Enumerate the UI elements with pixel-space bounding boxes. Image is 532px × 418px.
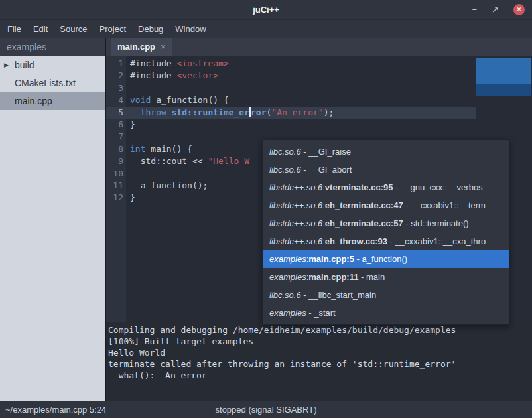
editor-pane: main.cpp × 1#include <iostream>2#include…: [106, 38, 532, 401]
line-number: 9: [106, 155, 126, 167]
code-line-2[interactable]: 2#include <vector>: [106, 70, 532, 82]
output-terminal[interactable]: Compiling and debugging /home/eidheim/ex…: [106, 322, 532, 401]
frame-location: eh_throw.cc:93: [325, 236, 387, 246]
frame-function: std::terminate(): [411, 218, 468, 228]
frame-function: __gnu_cxx::__verbos: [401, 182, 483, 192]
window-controls: − ↗ ✕: [472, 0, 525, 19]
terminal-line: Compiling and debugging /home/eidheim/ex…: [108, 324, 532, 336]
code-text: std::cout << "Hello W: [126, 155, 249, 167]
frame-function: __GI_abort: [308, 165, 352, 174]
file-label: CMakeLists.txt: [15, 78, 76, 88]
sidebar-item-cmakelists-txt[interactable]: CMakeLists.txt: [0, 74, 105, 92]
frame-location: vterminate.cc:95: [325, 182, 393, 192]
frame-library: libstdc++.so.6: [269, 200, 322, 210]
file-tree: ▶buildCMakeLists.txtmain.cpp: [0, 56, 105, 401]
line-number: 1: [106, 58, 126, 70]
status-debug-state: stopped (signal SIGABRT): [216, 405, 317, 415]
stack-frame-item[interactable]: libstdc++.so.6:eh_terminate.cc:57 - std:…: [263, 214, 509, 232]
tab-close-icon[interactable]: ×: [161, 42, 166, 52]
code-text: [126, 82, 130, 94]
line-number: 2: [106, 70, 126, 82]
frame-library: examples: [269, 272, 306, 282]
file-label: main.cpp: [15, 96, 52, 106]
terminal-line: terminate called after throwing an insta…: [108, 358, 532, 370]
line-number: 3: [106, 82, 126, 94]
frame-library: libstdc++.so.6: [269, 182, 322, 192]
content-area: examples ▶buildCMakeLists.txtmain.cpp ma…: [0, 38, 532, 401]
frame-location: main.cpp:11: [308, 272, 358, 282]
code-line-6[interactable]: 6}: [106, 119, 532, 131]
stack-trace-popup: libc.so.6 - __GI_raiselibc.so.6 - __GI_a…: [262, 139, 509, 325]
code-text: void a_function() {: [126, 94, 229, 106]
project-header: examples: [0, 38, 105, 56]
code-line-5[interactable]: 5 throw std::runtime_error("An error");: [106, 107, 476, 119]
frame-library: libstdc++.so.6: [269, 236, 322, 246]
line-number: 10: [106, 168, 126, 180]
menu-source[interactable]: Source: [54, 20, 93, 38]
stack-frame-item[interactable]: libc.so.6 - __GI_abort: [263, 161, 509, 178]
menu-window[interactable]: Window: [169, 20, 212, 38]
sidebar: examples ▶buildCMakeLists.txtmain.cpp: [0, 38, 106, 401]
code-line-4[interactable]: 4void a_function() {: [106, 94, 532, 106]
code-text: [126, 168, 130, 180]
stack-frame-item[interactable]: examples:main.cpp:11 - main: [263, 268, 509, 286]
file-label: build: [15, 60, 34, 70]
code-line-1[interactable]: 1#include <iostream>: [106, 58, 532, 70]
stack-frame-item[interactable]: libstdc++.so.6:vterminate.cc:95 - __gnu_…: [263, 178, 509, 196]
line-number: 11: [106, 180, 126, 192]
frame-function: a_function(): [362, 254, 407, 264]
code-text: }: [126, 119, 135, 131]
code-line-3[interactable]: 3: [106, 82, 532, 94]
tab-label: main.cpp: [117, 42, 155, 52]
sidebar-item-build[interactable]: ▶build: [0, 56, 105, 74]
app-window: juCi++ − ↗ ✕ FileEditSourceProjectDebugW…: [0, 0, 532, 418]
menu-file[interactable]: File: [1, 20, 27, 38]
code-text: throw std::runtime_error("An error");: [126, 107, 334, 119]
line-number: 8: [106, 143, 126, 155]
tab-main-cpp[interactable]: main.cpp ×: [111, 38, 172, 56]
maximize-button[interactable]: ↗: [492, 5, 499, 14]
stack-frame-item[interactable]: libstdc++.so.6:eh_throw.cc:93 - __cxxabi…: [263, 232, 509, 250]
stack-frame-item[interactable]: libc.so.6 - __libc_start_main: [263, 286, 509, 304]
frame-function: __libc_start_main: [308, 290, 376, 300]
stack-frame-item[interactable]: examples - _start: [263, 304, 509, 322]
code-text: a_function();: [126, 180, 208, 192]
frame-library: libc.so.6: [269, 290, 301, 300]
window-title: juCi++: [253, 5, 279, 15]
frame-function: __cxxabiv1::__term: [411, 200, 486, 210]
code-text: [126, 131, 130, 143]
frame-library: examples: [269, 308, 306, 318]
frame-location: main.cpp:5: [308, 254, 354, 264]
frame-location: eh_terminate.cc:57: [325, 218, 403, 228]
menu-project[interactable]: Project: [94, 20, 132, 38]
terminal-line: what(): An error: [108, 370, 532, 381]
menu-edit[interactable]: Edit: [27, 20, 54, 38]
terminal-line: [100%] Built target examples: [108, 336, 532, 347]
titlebar[interactable]: juCi++ − ↗ ✕: [0, 0, 532, 20]
code-text: #include <vector>: [126, 70, 218, 82]
status-bar: ~/examples/main.cpp 5:24 stopped (signal…: [0, 401, 532, 418]
frame-function: __cxxabiv1::__cxa_thro: [395, 236, 486, 246]
menu-debug[interactable]: Debug: [132, 20, 169, 38]
frame-library: libstdc++.so.6: [269, 218, 322, 228]
tab-bar: main.cpp ×: [106, 38, 532, 56]
chevron-right-icon[interactable]: ▶: [4, 56, 9, 74]
line-number: 7: [106, 131, 126, 143]
frame-library: libc.so.6: [269, 165, 301, 174]
stack-frame-item[interactable]: libc.so.6 - __GI_raise: [263, 143, 509, 161]
frame-function: _start: [314, 308, 336, 318]
stack-frame-item[interactable]: examples:main.cpp:5 - a_function(): [263, 250, 509, 268]
code-text: int main() {: [126, 143, 192, 155]
minimize-button[interactable]: −: [472, 5, 478, 14]
line-number: 5: [106, 107, 126, 119]
frame-function: main: [366, 272, 385, 282]
sidebar-item-main-cpp[interactable]: main.cpp: [0, 92, 105, 110]
close-icon: ✕: [517, 7, 522, 13]
close-button[interactable]: ✕: [513, 4, 525, 15]
stack-frame-item[interactable]: libstdc++.so.6:eh_terminate.cc:47 - __cx…: [263, 196, 509, 214]
frame-library: libc.so.6: [269, 147, 301, 157]
code-text: }: [126, 192, 135, 204]
frame-function: __GI_raise: [308, 147, 351, 157]
frame-location: eh_terminate.cc:47: [325, 200, 403, 210]
line-number: 12: [106, 192, 126, 204]
